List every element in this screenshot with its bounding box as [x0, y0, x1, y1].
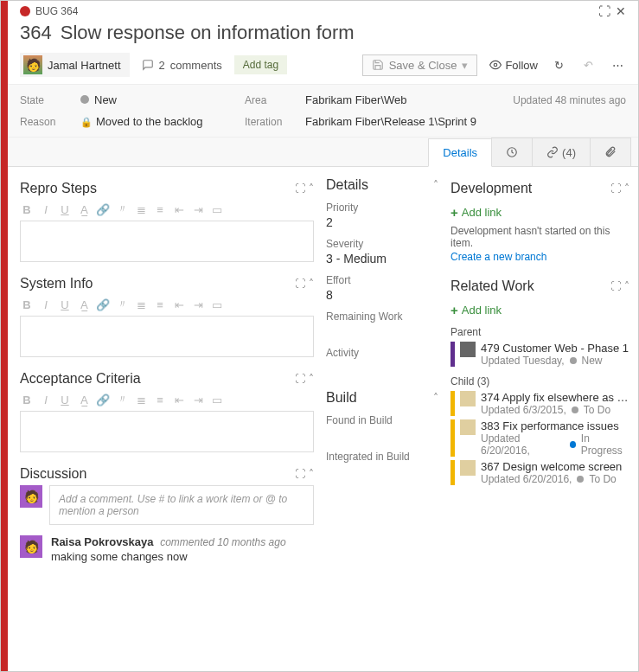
- related-item[interactable]: 383 Fix performance issues Updated 6/20/…: [450, 419, 629, 457]
- add-link-button[interactable]: + Add link: [450, 205, 629, 220]
- fullscreen-icon[interactable]: ⛶: [610, 182, 619, 195]
- italic-icon[interactable]: I: [39, 394, 53, 406]
- number-list-icon[interactable]: ≡: [153, 203, 167, 216]
- code-icon[interactable]: 〃: [115, 392, 129, 407]
- code-icon[interactable]: 〃: [115, 297, 129, 312]
- fullscreen-icon[interactable]: ⛶: [610, 280, 619, 292]
- links-count: (4): [562, 146, 576, 159]
- bullet-list-icon[interactable]: ≣: [134, 394, 148, 406]
- priority-value[interactable]: 2: [326, 215, 438, 229]
- chevron-up-icon[interactable]: ˄: [624, 182, 629, 195]
- effort-value[interactable]: 8: [326, 288, 438, 302]
- code-icon[interactable]: 〃: [115, 202, 129, 217]
- tab-history[interactable]: [491, 138, 533, 166]
- rel-title: Fix performance issues: [502, 419, 618, 432]
- window-id: 364: [61, 5, 78, 17]
- chevron-up-icon[interactable]: ˄: [309, 278, 314, 290]
- indent-icon[interactable]: ⇥: [191, 394, 205, 406]
- link-icon[interactable]: 🔗: [96, 298, 110, 311]
- comments-label: comments: [170, 59, 222, 72]
- related-item[interactable]: 367 Design welcome screen Updated 6/20/2…: [450, 460, 629, 485]
- italic-icon[interactable]: I: [39, 203, 53, 216]
- rel-title: Design welcome screen: [502, 460, 622, 473]
- fullscreen-icon[interactable]: ⛶: [595, 4, 612, 18]
- add-link-button[interactable]: + Add link: [450, 303, 629, 317]
- font-color-icon[interactable]: A̲: [77, 298, 91, 311]
- close-icon[interactable]: ✕: [612, 4, 629, 18]
- image-icon[interactable]: ▭: [210, 394, 224, 406]
- discussion-input[interactable]: Add a comment. Use # to link a work item…: [49, 485, 314, 525]
- tab-details[interactable]: Details: [428, 138, 492, 167]
- related-item[interactable]: 374 Apply fix elsewhere as n… Updated 6/…: [450, 391, 629, 416]
- remaining-value[interactable]: [326, 324, 438, 338]
- reason-label: Reason: [20, 116, 80, 128]
- link-icon[interactable]: 🔗: [96, 203, 110, 216]
- underline-icon[interactable]: U: [58, 203, 72, 216]
- outdent-icon[interactable]: ⇤: [172, 394, 186, 406]
- create-branch-link[interactable]: Create a new branch: [450, 251, 629, 263]
- work-item-title[interactable]: Slow response on information form: [61, 22, 355, 44]
- fullscreen-icon[interactable]: ⛶: [295, 373, 304, 385]
- save-close-button[interactable]: Save & Close ▾: [362, 54, 478, 76]
- bold-icon[interactable]: B: [20, 394, 34, 406]
- tab-links[interactable]: (4): [532, 138, 591, 166]
- state-dot-icon: [577, 476, 584, 483]
- number-list-icon[interactable]: ≡: [153, 298, 167, 311]
- number-list-icon[interactable]: ≡: [153, 394, 167, 406]
- outdent-icon[interactable]: ⇤: [172, 203, 186, 216]
- link-icon[interactable]: 🔗: [96, 394, 110, 406]
- refresh-icon[interactable]: ↻: [550, 59, 567, 72]
- area-value[interactable]: Fabrikam Fiber\Web: [305, 93, 488, 106]
- image-icon[interactable]: ▭: [210, 203, 224, 216]
- comments-link[interactable]: 2 comments: [142, 59, 222, 72]
- bold-icon[interactable]: B: [20, 203, 34, 216]
- severity-value[interactable]: 3 - Medium: [326, 252, 438, 266]
- related-item[interactable]: 479 Customer Web - Phase 1 Updated Tuesd…: [450, 342, 629, 367]
- found-build-value[interactable]: [326, 428, 438, 442]
- activity-value[interactable]: [326, 361, 438, 374]
- chevron-up-icon[interactable]: ˄: [433, 179, 438, 191]
- bullet-list-icon[interactable]: ≣: [134, 298, 148, 311]
- found-build-label: Found in Build: [326, 414, 438, 426]
- add-tag-button[interactable]: Add tag: [234, 55, 287, 74]
- bold-icon[interactable]: B: [20, 298, 34, 311]
- effort-label: Effort: [326, 274, 438, 286]
- font-color-icon[interactable]: A̲: [77, 394, 91, 406]
- outdent-icon[interactable]: ⇤: [172, 298, 186, 311]
- fullscreen-icon[interactable]: ⛶: [295, 468, 304, 480]
- image-icon[interactable]: ▭: [210, 298, 224, 311]
- follow-button[interactable]: Follow: [489, 59, 538, 72]
- chevron-up-icon[interactable]: ˄: [433, 392, 438, 404]
- system-info-input[interactable]: [20, 316, 314, 357]
- underline-icon[interactable]: U: [58, 394, 72, 406]
- add-link-label: Add link: [462, 304, 502, 317]
- font-color-icon[interactable]: A̲: [77, 203, 91, 216]
- system-info-heading: System Info: [20, 276, 290, 291]
- reason-value[interactable]: 🔒Moved to the backlog: [80, 115, 245, 128]
- chevron-up-icon[interactable]: ˄: [309, 182, 314, 195]
- fullscreen-icon[interactable]: ⛶: [295, 182, 304, 195]
- indent-icon[interactable]: ⇥: [191, 298, 205, 311]
- chevron-up-icon[interactable]: ˄: [624, 280, 629, 292]
- rte-toolbar: B I U A̲ 🔗 〃 ≣ ≡ ⇤ ⇥ ▭: [20, 200, 314, 221]
- chevron-up-icon[interactable]: ˄: [309, 468, 314, 480]
- repro-steps-input[interactable]: [20, 221, 314, 262]
- chevron-up-icon[interactable]: ˄: [309, 373, 314, 385]
- state-dot-icon: [572, 406, 578, 413]
- eye-icon: [489, 59, 502, 71]
- acceptance-input[interactable]: [20, 411, 314, 452]
- rte-toolbar: B I U A̲ 🔗 〃 ≣ ≡ ⇤ ⇥ ▭: [20, 295, 314, 316]
- more-icon[interactable]: ⋯: [609, 59, 626, 72]
- underline-icon[interactable]: U: [58, 298, 72, 311]
- undo-icon[interactable]: ↶: [579, 59, 597, 72]
- italic-icon[interactable]: I: [39, 298, 53, 311]
- iteration-label: Iteration: [245, 116, 305, 128]
- bullet-list-icon[interactable]: ≣: [134, 203, 148, 216]
- comments-count: 2: [159, 59, 165, 72]
- indent-icon[interactable]: ⇥: [191, 203, 205, 216]
- state-value[interactable]: New: [80, 93, 245, 106]
- fullscreen-icon[interactable]: ⛶: [295, 278, 304, 290]
- iteration-value[interactable]: Fabrikam Fiber\Release 1\Sprint 9: [305, 115, 626, 128]
- tab-attachments[interactable]: [590, 138, 631, 166]
- assignee-picker[interactable]: 🧑 Jamal Hartnett: [20, 53, 130, 77]
